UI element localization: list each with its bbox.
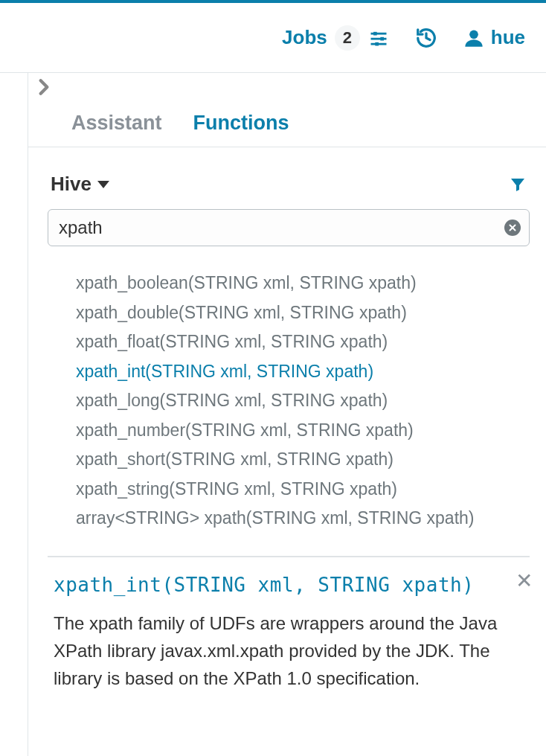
svg-rect-4 [380, 36, 384, 40]
jobs-label: Jobs [282, 26, 327, 49]
jobs-count-badge: 2 [335, 25, 360, 51]
svg-point-6 [469, 30, 478, 39]
user-menu[interactable]: hue [463, 26, 525, 49]
dialect-dropdown[interactable]: Hive [51, 173, 109, 196]
function-item[interactable]: array<STRING> xpath(STRING xml, STRING x… [76, 504, 530, 534]
function-item[interactable]: xpath_short(STRING xml, STRING xpath) [76, 445, 530, 475]
function-item[interactable]: xpath_number(STRING xml, STRING xpath) [76, 416, 530, 446]
function-item[interactable]: xpath_double(STRING xml, STRING xpath) [76, 298, 530, 328]
tab-assistant[interactable]: Assistant [71, 112, 162, 147]
svg-rect-3 [373, 31, 377, 35]
detail-title: xpath_int(STRING xml, STRING xpath) [54, 574, 524, 596]
dialect-label: Hive [51, 173, 91, 196]
function-search-input[interactable] [48, 209, 530, 246]
jobs-button[interactable]: Jobs 2 [282, 25, 390, 51]
user-icon [463, 27, 485, 49]
panel-tabs: Assistant Functions [28, 100, 546, 147]
function-detail: ✕ xpath_int(STRING xml, STRING xpath) Th… [48, 574, 530, 693]
filter-icon[interactable] [509, 176, 527, 193]
history-icon[interactable] [415, 27, 437, 49]
function-item[interactable]: xpath_float(STRING xml, STRING xpath) [76, 327, 530, 357]
left-rail [0, 73, 28, 756]
detail-separator [48, 556, 530, 557]
function-list: xpath_boolean(STRING xml, STRING xpath)x… [48, 263, 530, 556]
detail-body: The xpath family of UDFs are wrappers ar… [54, 609, 524, 693]
clear-search-icon[interactable] [504, 220, 521, 236]
caret-down-icon [97, 181, 109, 188]
function-item[interactable]: xpath_boolean(STRING xml, STRING xpath) [76, 269, 530, 298]
close-detail-icon[interactable]: ✕ [516, 571, 533, 592]
function-item[interactable]: xpath_string(STRING xml, STRING xpath) [76, 475, 530, 504]
topbar: Jobs 2 hue [0, 3, 546, 73]
function-item[interactable]: xpath_int(STRING xml, STRING xpath) [76, 357, 530, 387]
sliders-icon[interactable] [367, 27, 390, 49]
username: hue [491, 26, 525, 49]
expand-panel-icon[interactable] [34, 77, 546, 97]
svg-rect-5 [375, 42, 379, 45]
function-item[interactable]: xpath_long(STRING xml, STRING xpath) [76, 386, 530, 416]
tab-functions[interactable]: Functions [193, 112, 289, 147]
